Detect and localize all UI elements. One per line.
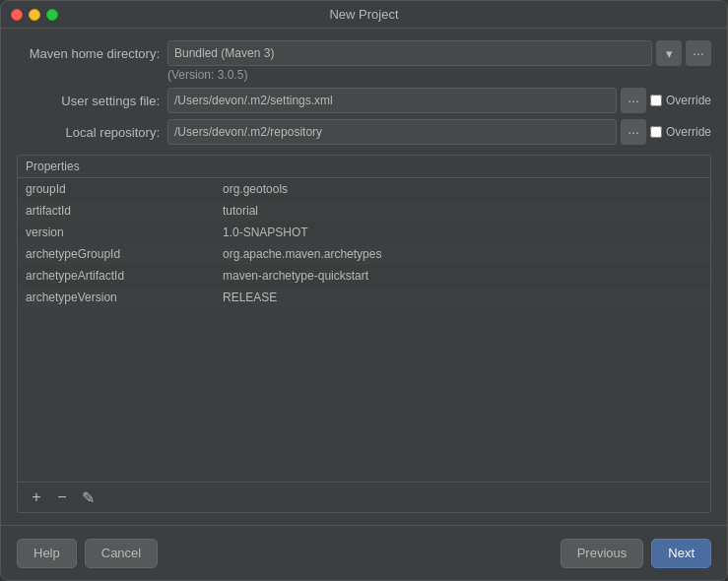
add-property-button[interactable]: + xyxy=(26,486,47,508)
minimize-button[interactable] xyxy=(29,9,40,21)
ellipsis-icon: ··· xyxy=(628,93,639,108)
maven-home-field-container: Bundled (Maven 3) ▾ ··· xyxy=(167,40,711,66)
prop-value: RELEASE xyxy=(215,289,710,306)
properties-toolbar: + − ✎ xyxy=(18,482,710,512)
user-settings-input[interactable] xyxy=(167,88,617,113)
local-repo-field-container: ··· Override xyxy=(167,119,711,145)
maven-home-arrow-button[interactable]: ▾ xyxy=(656,40,682,66)
user-settings-override-row: Override xyxy=(650,94,711,107)
table-row[interactable]: artifactIdtutorial xyxy=(18,200,710,222)
ellipsis-icon: ··· xyxy=(693,45,704,61)
close-button[interactable] xyxy=(11,9,23,21)
properties-border: Properties groupIdorg.geotoolsartifactId… xyxy=(17,155,711,513)
user-settings-override-label: Override xyxy=(666,94,711,107)
maximize-button[interactable] xyxy=(46,9,58,21)
local-repo-row: Local repository: ··· Override xyxy=(17,119,711,145)
bottom-bar: Help Cancel Previous Next xyxy=(1,525,727,580)
title-bar: New Project xyxy=(1,1,727,29)
properties-section: Properties groupIdorg.geotoolsartifactId… xyxy=(17,155,711,513)
prop-key: artifactId xyxy=(18,202,215,220)
maven-home-row: Maven home directory: Bundled (Maven 3) … xyxy=(17,40,711,66)
ellipsis-icon: ··· xyxy=(628,124,639,140)
maven-version-row: (Version: 3.0.5) xyxy=(17,68,711,82)
prop-value: tutorial xyxy=(215,202,710,220)
user-settings-field-container: ··· Override xyxy=(167,88,711,113)
maven-home-label: Maven home directory: xyxy=(17,46,160,61)
next-button[interactable]: Next xyxy=(651,539,711,568)
prop-key: archetypeVersion xyxy=(18,289,215,306)
user-settings-row: User settings file: ··· Override xyxy=(17,88,711,113)
window-title: New Project xyxy=(329,7,398,22)
prop-key: archetypeArtifactId xyxy=(18,267,215,285)
local-repo-override-label: Override xyxy=(666,125,711,139)
user-settings-override-checkbox[interactable] xyxy=(650,95,662,106)
prop-key: version xyxy=(18,224,215,241)
local-repo-override-row: Override xyxy=(650,125,711,139)
maven-home-dropdown[interactable]: Bundled (Maven 3) xyxy=(167,40,652,66)
maven-home-more-button[interactable]: ··· xyxy=(686,40,711,66)
user-settings-more-button[interactable]: ··· xyxy=(621,88,646,113)
prop-key: archetypeGroupId xyxy=(18,245,215,263)
properties-table: groupIdorg.geotoolsartifactIdtutorialver… xyxy=(18,178,710,482)
user-settings-label: User settings file: xyxy=(17,94,160,108)
chevron-down-icon: ▾ xyxy=(666,46,673,61)
prop-value: maven-archetype-quickstart xyxy=(215,267,710,285)
prop-key: groupId xyxy=(18,180,215,198)
table-row[interactable]: groupIdorg.geotools xyxy=(18,178,710,200)
table-row[interactable]: archetypeArtifactIdmaven-archetype-quick… xyxy=(18,265,710,287)
traffic-lights xyxy=(11,9,58,21)
local-repo-more-button[interactable]: ··· xyxy=(621,119,646,145)
maven-home-value: Bundled (Maven 3) xyxy=(174,46,274,60)
table-row[interactable]: archetypeGroupIdorg.apache.maven.archety… xyxy=(18,243,710,265)
prop-value: org.geotools xyxy=(215,180,710,198)
local-repo-input[interactable] xyxy=(167,119,617,145)
bottom-left-buttons: Help Cancel xyxy=(17,539,158,568)
previous-button[interactable]: Previous xyxy=(561,539,644,568)
table-row[interactable]: archetypeVersionRELEASE xyxy=(18,287,710,308)
edit-property-button[interactable]: ✎ xyxy=(77,486,99,508)
remove-property-button[interactable]: − xyxy=(51,486,73,508)
help-button[interactable]: Help xyxy=(17,539,77,568)
bottom-right-buttons: Previous Next xyxy=(561,539,711,568)
table-row[interactable]: version1.0-SNAPSHOT xyxy=(18,222,710,243)
local-repo-override-checkbox[interactable] xyxy=(650,126,662,138)
prop-value: 1.0-SNAPSHOT xyxy=(215,224,710,241)
cancel-button[interactable]: Cancel xyxy=(85,539,158,568)
local-repo-label: Local repository: xyxy=(17,125,160,140)
prop-value: org.apache.maven.archetypes xyxy=(215,245,710,263)
new-project-window: New Project Maven home directory: Bundle… xyxy=(0,0,728,581)
properties-header: Properties xyxy=(18,156,710,178)
main-content: Maven home directory: Bundled (Maven 3) … xyxy=(1,29,727,525)
maven-version-text: (Version: 3.0.5) xyxy=(167,68,247,82)
